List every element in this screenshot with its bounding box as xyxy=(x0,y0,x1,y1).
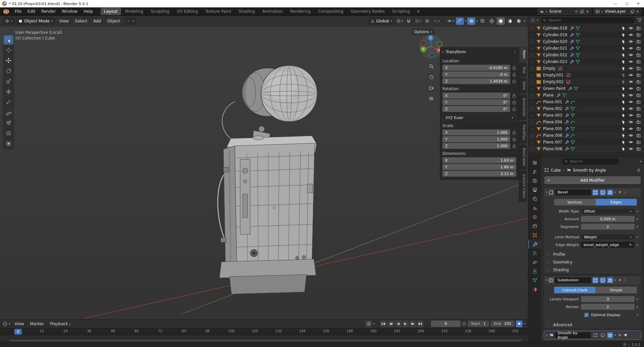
scale-x-field[interactable]: X1.000 xyxy=(442,129,510,135)
realtime-toggle[interactable] xyxy=(600,189,606,195)
tool-add-cube[interactable] xyxy=(3,118,13,128)
hide-render-toggle[interactable] xyxy=(635,53,642,57)
hide-viewport-toggle[interactable] xyxy=(627,140,635,144)
bevel-amount-slider[interactable]: 0.009 m xyxy=(581,216,635,222)
selectable-toggle[interactable] xyxy=(620,60,627,64)
breadcrumb-object[interactable]: Cube xyxy=(551,168,561,173)
selectable-toggle[interactable] xyxy=(620,100,627,104)
outliner-row[interactable]: ›Plane.008 xyxy=(528,146,644,152)
disclosure-icon[interactable]: › xyxy=(532,33,535,37)
hide-viewport-toggle[interactable] xyxy=(627,60,635,64)
selectable-toggle[interactable] xyxy=(620,113,627,118)
expand-icon[interactable]: ▾ xyxy=(546,191,547,194)
animate-dot-icon[interactable] xyxy=(637,298,638,300)
selectable-toggle[interactable] xyxy=(620,133,627,138)
outliner-search[interactable] xyxy=(540,17,635,23)
properties-tab-render[interactable] xyxy=(528,176,541,185)
snapping-dropdown[interactable]: ▾ xyxy=(414,17,422,25)
location-x-field[interactable]: X-0.6185 m xyxy=(442,65,510,71)
tool-select-box[interactable] xyxy=(3,35,13,45)
workspace-tab-sculpting[interactable]: Sculpting xyxy=(147,8,173,15)
selectable-toggle[interactable] xyxy=(620,66,627,71)
frame-end-field[interactable]: End 250 xyxy=(490,321,515,327)
hide-render-toggle[interactable] xyxy=(635,107,642,111)
timeline-menu-marker[interactable]: Marker xyxy=(27,321,47,327)
properties-tab-material[interactable] xyxy=(528,285,541,294)
disclosure-icon[interactable]: › xyxy=(532,87,535,91)
n-panel-tab-instant-clean[interactable]: Instant Clean xyxy=(519,171,527,202)
workspace-tab-shading[interactable]: Shading xyxy=(235,8,258,15)
rotation-x-field[interactable]: X0° xyxy=(442,93,510,99)
hide-render-toggle[interactable] xyxy=(635,46,642,51)
selectable-toggle[interactable] xyxy=(620,46,627,51)
bevel-affect-vertices-button[interactable]: Vertices xyxy=(554,199,596,206)
properties-tab-physics[interactable] xyxy=(528,258,541,267)
hide-viewport-toggle[interactable] xyxy=(627,147,635,151)
maximize-button[interactable]: ▢ xyxy=(621,0,633,7)
scale-y-field[interactable]: Y1.000 xyxy=(442,136,510,142)
n-panel-tab-item[interactable]: Item xyxy=(519,47,527,62)
animate-dot-icon[interactable] xyxy=(637,211,638,212)
minimize-button[interactable]: — xyxy=(610,0,621,7)
tool-measure[interactable] xyxy=(3,108,13,117)
animate-dot-icon[interactable] xyxy=(637,306,638,308)
dimensions-y-field[interactable]: Y1.66 m xyxy=(442,164,516,170)
lock-open-icon[interactable] xyxy=(512,137,516,141)
copy-icon[interactable] xyxy=(631,10,634,13)
shading-rendered[interactable] xyxy=(515,17,523,25)
properties-tab-modifiers[interactable] xyxy=(528,240,541,248)
subdivision-header[interactable]: ▾ Subdivision ▾ ✕ ⠿ xyxy=(544,276,641,284)
lock-open-icon[interactable] xyxy=(512,79,516,83)
previous-keyframe-button[interactable] xyxy=(387,321,394,327)
edit-mode-toggle[interactable] xyxy=(592,332,598,338)
properties-tab-output[interactable] xyxy=(528,185,541,194)
disclosure-icon[interactable]: › xyxy=(532,26,535,30)
n-panel-tab-view[interactable]: View xyxy=(519,78,527,93)
properties-search-input[interactable] xyxy=(570,159,616,164)
disclosure-icon[interactable]: › xyxy=(532,134,535,137)
close-icon[interactable]: ✕ xyxy=(617,190,622,194)
animate-dot-icon[interactable] xyxy=(637,244,638,246)
render-toggle[interactable] xyxy=(607,189,613,195)
hide-viewport-toggle[interactable] xyxy=(627,86,635,91)
selectable-toggle[interactable] xyxy=(620,140,627,144)
selectable-toggle[interactable] xyxy=(620,86,627,91)
disclosure-icon[interactable]: › xyxy=(532,147,535,151)
chevron-down-icon[interactable]: ▾ xyxy=(9,322,10,325)
hide-viewport-toggle[interactable] xyxy=(627,40,635,44)
menu-render[interactable]: Render xyxy=(38,8,59,15)
lock-open-icon[interactable] xyxy=(512,144,516,148)
selectable-toggle[interactable] xyxy=(620,80,627,84)
tool-transform[interactable] xyxy=(3,87,13,97)
hide-render-toggle[interactable] xyxy=(635,127,642,131)
disclosure-icon[interactable]: › xyxy=(532,100,535,104)
disclosure-icon[interactable]: › xyxy=(532,94,535,97)
tool-options-dropdown[interactable]: ▾ xyxy=(124,17,136,25)
hide-render-toggle[interactable] xyxy=(635,40,642,44)
hide-viewport-toggle[interactable] xyxy=(627,46,635,51)
stopwatch-icon[interactable] xyxy=(462,322,466,326)
nav-perspective-toggle-button[interactable] xyxy=(427,94,436,103)
smooth-name-field[interactable]: Smooth by Angle xyxy=(555,332,591,338)
proportional-editing-toggle[interactable] xyxy=(423,17,431,25)
hide-viewport-toggle[interactable] xyxy=(627,33,635,37)
nav-pan-button[interactable] xyxy=(427,72,436,81)
timeline-ruler[interactable]: 0 01224364860728496108120132144156168180… xyxy=(0,328,528,335)
disclosure-icon[interactable]: › xyxy=(532,80,535,84)
outliner-row[interactable]: ›Cylinder.023 xyxy=(528,58,644,65)
copy-icon[interactable] xyxy=(580,10,584,13)
outliner-row[interactable]: ›Cylinder.018 xyxy=(528,25,644,32)
workspace-tab-compositing[interactable]: Compositing xyxy=(315,8,346,15)
hide-render-toggle[interactable] xyxy=(635,86,642,91)
timeline-menu-view[interactable]: View xyxy=(11,321,27,327)
hide-viewport-toggle[interactable] xyxy=(627,127,635,131)
properties-tab-constraints[interactable] xyxy=(528,267,541,276)
drag-handle-icon[interactable]: ⠿ xyxy=(514,50,516,54)
hide-viewport-toggle[interactable] xyxy=(627,100,635,104)
properties-tab-tool[interactable] xyxy=(528,167,541,176)
timeline-collapse-icon[interactable]: › xyxy=(2,336,3,340)
workspace-tab-rendering[interactable]: Rendering xyxy=(287,8,314,15)
remove-icon[interactable]: ✕ xyxy=(636,10,639,13)
xray-toggle[interactable] xyxy=(479,17,487,25)
disclosure-icon[interactable]: › xyxy=(532,127,535,131)
